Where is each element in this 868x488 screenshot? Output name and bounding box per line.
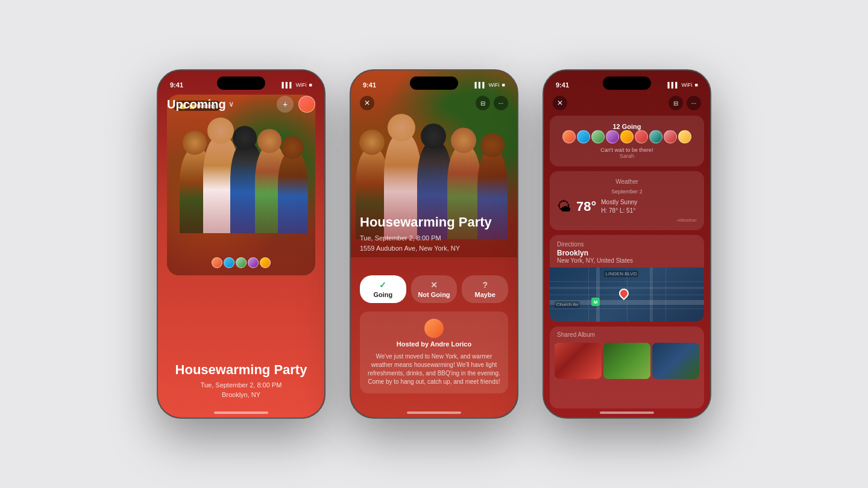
weather-title: Weather	[557, 178, 697, 185]
going-icon: ✓	[379, 280, 386, 290]
status-icons-1: ▌▌▌ WiFi ■	[281, 82, 312, 88]
maybe-icon: ?	[482, 280, 488, 290]
rsvp-buttons: ✓ Going ✕ Not Going ? Maybe	[360, 275, 508, 303]
weather-row: 🌤 78° Mostly Sunny H: 78° L: 51°	[557, 198, 697, 215]
dynamic-island-1	[217, 77, 265, 90]
weather-date: September 2	[557, 189, 697, 195]
more-button[interactable]: ···	[494, 96, 508, 110]
topbar-actions: +	[277, 96, 315, 113]
status-time-2: 9:41	[363, 81, 376, 89]
sun-icon: 🌤	[557, 198, 571, 215]
dynamic-island-2	[410, 77, 458, 90]
close-button-3[interactable]: ✕	[553, 96, 567, 110]
weather-condition: Mostly Sunny	[601, 198, 637, 207]
album-photo-2	[603, 343, 650, 379]
event-datetime-2: Tue, September 2, 8:00 PM	[360, 233, 508, 243]
subway-icon: M	[591, 298, 600, 306]
phone2-action-icons: ⊟ ···	[476, 96, 508, 110]
weather-details: Mostly Sunny H: 78° L: 51°	[601, 198, 637, 215]
event-date-1: Tue, September 2, 8:00 PM	[170, 381, 312, 390]
temperature: 78°	[576, 199, 596, 214]
going-comment: Can't wait to be there!	[557, 147, 697, 153]
directions-label: Directions	[557, 241, 697, 248]
wifi-icon-3: WiFi	[682, 82, 693, 88]
signal-icon-3: ▌▌▌	[667, 82, 679, 88]
phone3-content: 12 Going Can't wait to be there! Sarah W…	[550, 116, 704, 408]
shared-album-card: Shared Album	[550, 327, 704, 408]
weather-card: Weather September 2 🌤 78° Mostly Sunny H…	[550, 171, 704, 230]
event-info-1: Housewarming Party Tue, September 2, 8:0…	[158, 363, 324, 399]
host-description: We've just moved to New York, and warmer…	[367, 352, 501, 386]
wifi-icon: WiFi	[296, 82, 307, 88]
home-indicator-2	[407, 411, 461, 414]
weather-high-low: H: 78° L: 51°	[601, 207, 637, 215]
upcoming-title: Upcoming ∨	[167, 98, 234, 111]
host-name: Hosted by Andre Lorico	[397, 340, 471, 348]
maybe-button[interactable]: ? Maybe	[462, 275, 508, 303]
battery-icon-3: ■	[695, 82, 698, 88]
weather-source: •Weather	[557, 217, 697, 223]
not-going-button[interactable]: ✕ Not Going	[411, 275, 458, 303]
add-button[interactable]: +	[277, 96, 294, 113]
going-button[interactable]: ✓ Going	[360, 275, 406, 303]
directions-header: Directions Brooklyn New York, NY, United…	[550, 235, 704, 267]
event-title-1: Housewarming Party	[170, 363, 312, 377]
event-location-1: Brooklyn, NY	[170, 390, 312, 399]
chevron-icon[interactable]: ∨	[228, 100, 234, 108]
host-card: Hosted by Andre Lorico We've just moved …	[360, 311, 508, 393]
event-title-2: Housewarming Party	[360, 215, 508, 230]
host-header: Hosted by Andre Lorico	[367, 319, 501, 348]
phone3-topbar: ✕ ⊟ ···	[553, 96, 701, 110]
event-address-2: 1559 Audubon Ave, New York, NY	[360, 243, 508, 254]
wifi-icon-2: WiFi	[489, 82, 500, 88]
battery-icon-2: ■	[502, 82, 505, 88]
signal-icon: ▌▌▌	[281, 82, 293, 88]
not-going-icon: ✕	[430, 280, 438, 290]
status-icons-3: ▌▌▌ WiFi ■	[667, 82, 698, 88]
album-photos	[550, 343, 704, 384]
phone-3: 9:41 ▌▌▌ WiFi ■ ✕ ⊟ ··· 12 Going	[542, 69, 711, 419]
event-info-2: Housewarming Party Tue, September 2, 8:0…	[360, 215, 508, 253]
going-avatars	[557, 130, 697, 143]
user-avatar-button[interactable]	[298, 96, 315, 113]
map-view[interactable]: Church Av LINDEN BLVD M	[550, 267, 704, 322]
directions-place: Brooklyn	[557, 249, 697, 257]
status-icons-2: ▌▌▌ WiFi ■	[474, 82, 505, 88]
event-photo-1: 👑 👑 Hosting	[167, 95, 315, 275]
phone-2: 9:41 ▌▌▌ WiFi ■	[350, 69, 518, 419]
more-button-3[interactable]: ···	[687, 96, 701, 110]
directions-address: New York, NY, United States	[557, 257, 697, 264]
phone2-topbar: ✕ ⊟ ···	[360, 96, 508, 110]
street-label-linden: LINDEN BLVD	[604, 271, 639, 277]
street-label-church: Church Av	[555, 301, 580, 308]
phone1-topbar: Upcoming ∨ +	[167, 96, 315, 113]
going-count: 12 Going	[557, 123, 697, 130]
album-photo-1	[555, 343, 602, 379]
signal-icon-2: ▌▌▌	[474, 82, 486, 88]
going-card: 12 Going Can't wait to be there! Sarah	[550, 116, 704, 166]
close-button[interactable]: ✕	[360, 96, 374, 110]
phone3-action-icons: ⊟ ···	[668, 96, 701, 110]
media-button[interactable]: ⊟	[476, 96, 490, 110]
dynamic-island-3	[603, 77, 651, 90]
home-indicator-1	[214, 411, 268, 414]
home-indicator-3	[600, 411, 654, 414]
going-author: Sarah	[557, 153, 697, 159]
media-button-3[interactable]: ⊟	[668, 96, 683, 110]
album-photo-3	[652, 343, 699, 379]
shared-album-title: Shared Album	[550, 327, 704, 343]
battery-icon: ■	[309, 82, 312, 88]
host-avatar	[424, 319, 444, 338]
status-time-3: 9:41	[556, 81, 569, 89]
phone-1: 9:41 ▌▌▌ WiFi ■	[157, 69, 326, 419]
directions-card: Directions Brooklyn New York, NY, United…	[550, 235, 704, 322]
status-time-1: 9:41	[170, 81, 183, 89]
